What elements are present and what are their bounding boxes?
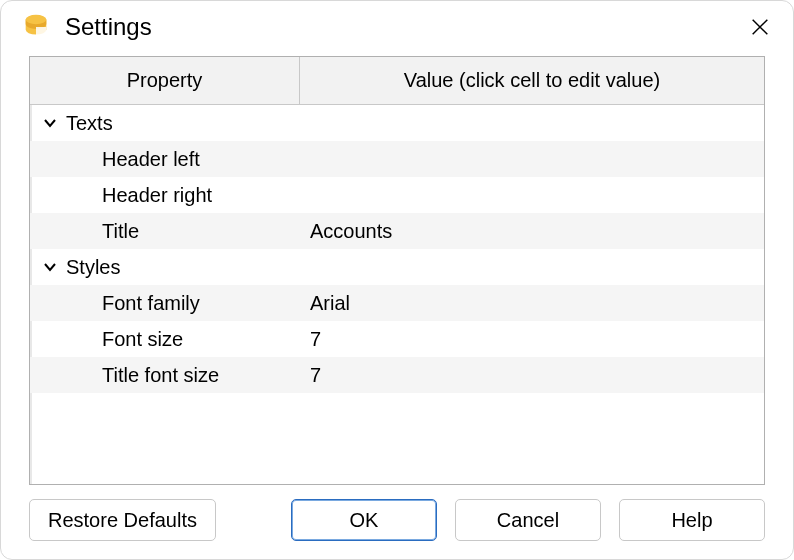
button-bar: Restore Defaults OK Cancel Help [1,485,793,559]
property-label: Title font size [30,357,300,393]
property-label: Header right [30,177,300,213]
group-value-cell [300,105,764,141]
help-button[interactable]: Help [619,499,765,541]
property-grid: Property Value (click cell to edit value… [29,56,765,485]
chevron-down-icon [40,257,60,277]
group-value-cell [300,249,764,285]
app-icon [21,12,51,42]
group-row-texts[interactable]: Texts [30,105,764,141]
value-cell[interactable]: Accounts [300,213,764,249]
group-row-styles[interactable]: Styles [30,249,764,285]
property-row: Header right [30,177,764,213]
grid-header: Property Value (click cell to edit value… [30,57,764,105]
value-cell[interactable] [300,141,764,177]
property-label: Header left [30,141,300,177]
property-label: Font size [30,321,300,357]
property-row: Title Accounts [30,213,764,249]
group-label: Styles [66,256,120,279]
value-cell[interactable]: 7 [300,321,764,357]
value-cell[interactable]: Arial [300,285,764,321]
value-cell[interactable]: 7 [300,357,764,393]
group-label: Texts [66,112,113,135]
property-label: Title [30,213,300,249]
column-header-value[interactable]: Value (click cell to edit value) [300,57,764,104]
grid-body: Texts Header left Header right Title Acc… [30,105,764,484]
property-row: Header left [30,141,764,177]
property-label: Font family [30,285,300,321]
settings-dialog: Settings Property Value (click cell to e… [0,0,794,560]
restore-defaults-button[interactable]: Restore Defaults [29,499,216,541]
column-header-property[interactable]: Property [30,57,300,104]
window-title: Settings [65,13,745,41]
value-cell[interactable] [300,177,764,213]
chevron-down-icon [40,113,60,133]
property-row: Font size 7 [30,321,764,357]
titlebar: Settings [1,1,793,56]
close-button[interactable] [745,12,775,42]
property-row: Title font size 7 [30,357,764,393]
property-row: Font family Arial [30,285,764,321]
close-icon [749,16,771,38]
content-area: Property Value (click cell to edit value… [1,56,793,485]
ok-button[interactable]: OK [291,499,437,541]
cancel-button[interactable]: Cancel [455,499,601,541]
